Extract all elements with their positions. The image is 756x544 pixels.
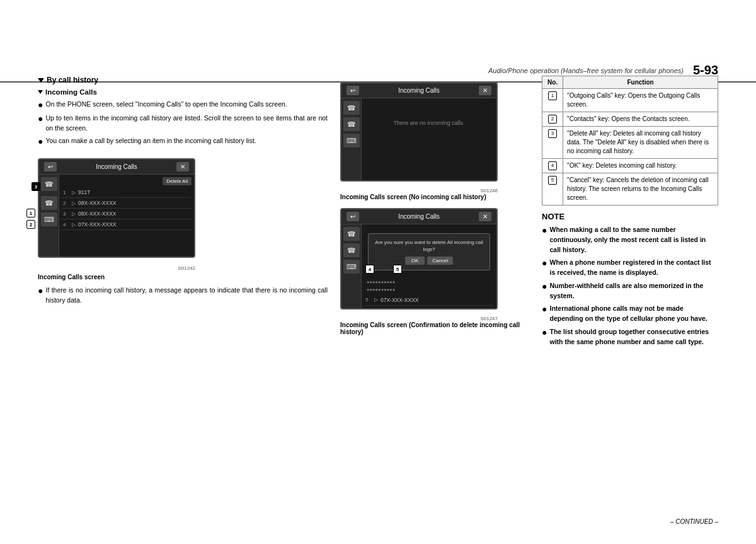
main-heading-text: By call history bbox=[47, 76, 98, 84]
marker1-wrap: ☎ bbox=[41, 196, 57, 210]
note-text-5: The list should group together consecuti… bbox=[549, 327, 718, 347]
note-item-2: ● When a phone number registered in the … bbox=[542, 258, 718, 278]
table-function-3: "Delete All" key: Deletes all incoming c… bbox=[563, 127, 718, 159]
note-text-3: Number-withheld calls are also memorized… bbox=[549, 281, 718, 301]
call-item-4[interactable]: 4 ▷ 07X-XXX-XXXX bbox=[62, 219, 192, 230]
bullet-dot-1: ● bbox=[38, 100, 43, 110]
screen2-main: There are no incoming calls. bbox=[362, 98, 496, 180]
note-item-3: ● Number-withheld calls are also memoriz… bbox=[542, 281, 718, 301]
bullet-dot-3: ● bbox=[38, 136, 43, 147]
screen2-container: ↩ Incoming Calls ✕ ☎ ☎ bbox=[340, 82, 529, 200]
screen1-call-btn-1[interactable]: ☎ bbox=[41, 196, 57, 210]
screen3-back-button[interactable]: ↩ bbox=[346, 212, 359, 221]
keypad-icon-3: ⌨ bbox=[346, 263, 357, 271]
sub-heading-text: Incoming Calls bbox=[45, 88, 97, 96]
screen3-title: Incoming Calls bbox=[359, 213, 479, 220]
middle-column: ↩ Incoming Calls ✕ ☎ ☎ bbox=[340, 76, 529, 506]
phone-icon-2: ☎ bbox=[347, 104, 356, 112]
table-row-3: 3 "Delete All" key: Deletes all incoming… bbox=[542, 127, 718, 159]
table-badge-4: 4 bbox=[548, 161, 557, 170]
keypad-icon: ⌨ bbox=[44, 216, 54, 224]
table-no-3: 3 bbox=[542, 127, 563, 159]
note-heading: NOTE bbox=[542, 212, 718, 221]
screen3-header: ↩ Incoming Calls ✕ bbox=[341, 209, 496, 224]
screen1-mockup: ↩ Incoming Calls ✕ ☎ bbox=[38, 158, 195, 258]
screen1-label: Incoming Calls screen bbox=[38, 274, 328, 281]
screen3-keypad-btn[interactable]: ⌨ bbox=[343, 260, 360, 274]
table-function-1: "Outgoing Calls" key: Opens the Outgoing… bbox=[563, 89, 718, 112]
screen1-with-labels: ↩ Incoming Calls ✕ ☎ bbox=[38, 152, 328, 264]
screen1-header: ↩ Incoming Calls ✕ bbox=[39, 159, 194, 175]
screen3-blurred: ●●●●●●●●●● ●●●●●●●●●● bbox=[364, 277, 494, 295]
table-no-4: 4 bbox=[542, 159, 563, 173]
dialog-cancel-button[interactable]: Cancel bbox=[427, 257, 453, 265]
table-badge-1: 1 bbox=[548, 91, 557, 100]
note-dot-5: ● bbox=[542, 327, 547, 347]
screen2-back-button[interactable]: ↩ bbox=[346, 86, 359, 95]
bullet-dot-2: ● bbox=[38, 113, 43, 134]
note-text-4: International phone calls may not be mad… bbox=[549, 304, 718, 324]
screen2-label: Incoming Calls screen (No incoming call … bbox=[340, 194, 529, 200]
table-badge-5: 5 bbox=[548, 176, 557, 185]
screen1-body: ☎ ☎ ⌨ bbox=[39, 175, 194, 257]
screen1-phone-btn[interactable]: ☎ bbox=[41, 177, 57, 191]
section-heading: By call history bbox=[38, 76, 328, 84]
call-item-3[interactable]: 3 ▷ 08X-XXX-XXXX bbox=[62, 209, 192, 219]
left-column: By call history Incoming Calls ● On the … bbox=[38, 76, 328, 506]
note-item-4: ● International phone calls may not be m… bbox=[542, 304, 718, 324]
table-badge-3: 3 bbox=[548, 129, 557, 138]
screen1-back-button[interactable]: ↩ bbox=[44, 162, 57, 171]
screen3-body: ☎ ☎ ⌨ Are you bbox=[341, 224, 496, 308]
screen2-code: S01246 bbox=[340, 188, 498, 194]
keypad-icon-2: ⌨ bbox=[346, 137, 357, 145]
call-item-1[interactable]: 1 ▷ 911T bbox=[62, 187, 192, 198]
bullet-3: ● You can make a call by selecting an it… bbox=[38, 136, 328, 147]
badges-1-2-wrap: 1 2 bbox=[26, 209, 35, 229]
screen2-close-button[interactable]: ✕ bbox=[479, 86, 491, 95]
screen2-body: ☎ ☎ ⌨ There are no incoming calls. bbox=[341, 98, 496, 180]
note-dot-2: ● bbox=[542, 258, 547, 278]
screen1-delete-all-label[interactable]: Delete All bbox=[163, 177, 192, 185]
screen1-title: Incoming Calls bbox=[57, 163, 176, 170]
note-dot-3: ● bbox=[542, 281, 547, 301]
screen3-call-item[interactable]: 5 ▷ 07X-XXX-XXXX bbox=[364, 295, 494, 306]
table-function-2: "Contacts" key: Opens the Contacts scree… bbox=[563, 112, 718, 127]
screen2-sidebar: ☎ ☎ ⌨ bbox=[341, 98, 362, 180]
screen1-keypad-btn[interactable]: ⌨ bbox=[41, 212, 57, 226]
note-text-2: When a phone number registered in the co… bbox=[549, 258, 718, 278]
badge-3-wrap: 3 bbox=[32, 182, 40, 191]
table-row-1: 1 "Outgoing Calls" key: Opens the Outgoi… bbox=[542, 89, 718, 112]
screen3-badges-wrap: 4 5 bbox=[365, 265, 402, 274]
screen2-phone-btn[interactable]: ☎ bbox=[343, 101, 360, 115]
badge-4: 4 bbox=[365, 265, 374, 274]
bullet-1-text: On the PHONE screen, select "Incoming Ca… bbox=[45, 100, 287, 110]
note-item-1: ● When making a call to the same number … bbox=[542, 225, 718, 255]
screen3-phone-btn[interactable]: ☎ bbox=[343, 227, 360, 241]
table-badge-2: 2 bbox=[548, 115, 557, 124]
call-item-2[interactable]: 2 ▷ 08X-XXX-XXXX bbox=[62, 198, 192, 209]
dialog-ok-button[interactable]: OK bbox=[405, 257, 425, 265]
main-content: By call history Incoming Calls ● On the … bbox=[38, 76, 718, 506]
triangle-small-icon bbox=[38, 90, 43, 94]
table-no-1: 1 bbox=[542, 89, 563, 112]
bullet-3-text: You can make a call by selecting an item… bbox=[45, 136, 256, 147]
screen3-call-btn[interactable]: ☎ bbox=[343, 243, 360, 257]
screen1-close-button[interactable]: ✕ bbox=[176, 162, 189, 171]
screen3-mockup: ↩ Incoming Calls ✕ ☎ ☎ bbox=[340, 208, 498, 310]
table-row-4: 4 "OK" key: Deletes incoming call histor… bbox=[542, 159, 718, 173]
bullet-dot-4: ● bbox=[38, 286, 43, 306]
screen2-keypad-btn[interactable]: ⌨ bbox=[343, 134, 360, 148]
sub-heading: Incoming Calls bbox=[38, 88, 328, 96]
right-column: No. Function 1 "Outgoing Calls" key: Ope… bbox=[542, 76, 718, 506]
bullet-1: ● On the PHONE screen, select "Incoming … bbox=[38, 100, 328, 110]
screen3-inner: ☎ ☎ ⌨ Are you bbox=[341, 224, 496, 308]
badge-1: 1 bbox=[26, 209, 35, 217]
screen2-title: Incoming Calls bbox=[359, 87, 479, 94]
screen2-call-btn[interactable]: ☎ bbox=[343, 117, 360, 131]
screen3-close-button[interactable]: ✕ bbox=[479, 212, 491, 221]
note-section: NOTE ● When making a call to the same nu… bbox=[542, 212, 718, 347]
continued-text: – CONTINUED – bbox=[670, 518, 718, 525]
screen1-main: Delete All 1 ▷ 911T 2 ▷ bbox=[59, 175, 194, 257]
screen1-sidebar: ☎ ☎ ⌨ bbox=[39, 175, 59, 257]
bullet-2: ● Up to ten items in the incoming call h… bbox=[38, 113, 328, 134]
